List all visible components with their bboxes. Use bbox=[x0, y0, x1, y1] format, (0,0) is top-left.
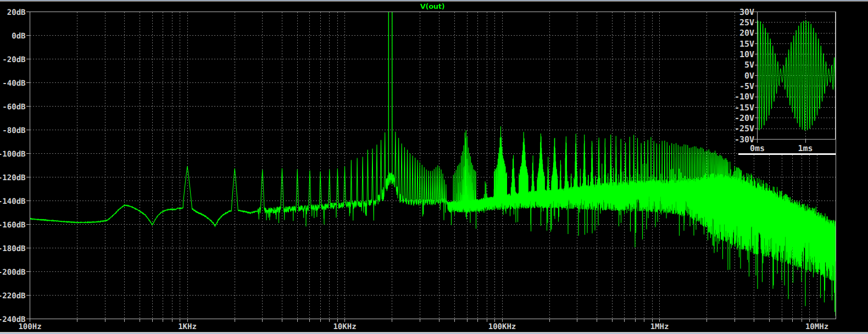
ltspice-waveform-window: 30V25V20V15V10V5V0V-5V-10V-15V-20V-25V-3… bbox=[0, 0, 868, 334]
inset-x-tick-label: 1ms bbox=[798, 143, 813, 153]
fft-y-tick-label: -40dB bbox=[2, 79, 25, 88]
trace-title[interactable]: V(out) bbox=[420, 2, 445, 10]
fft-y-tick-label: 20dB bbox=[7, 8, 26, 17]
fft-x-tick-label: 1MHz bbox=[650, 322, 669, 331]
inset-y-tick-label: -20V bbox=[735, 113, 754, 123]
top-edge-toolbar-line bbox=[0, 1, 868, 2]
fft-y-tick-label: -180dB bbox=[0, 244, 26, 253]
fft-y-tick-label: 0dB bbox=[12, 32, 25, 41]
fft-y-tick-label: -80dB bbox=[2, 126, 25, 135]
inset-y-tick-label: -25V bbox=[735, 124, 754, 133]
time-domain-inset: 30V25V20V15V10V5V0V-5V-10V-15V-20V-25V-3… bbox=[735, 7, 836, 154]
top-edge-highlight bbox=[0, 0, 868, 1]
fft-y-tick-label: -120dB bbox=[0, 174, 26, 182]
inset-y-tick-label: 0V bbox=[744, 71, 754, 81]
inset-y-tick-label: -15V bbox=[735, 103, 754, 113]
bottom-edge-statusbar-line bbox=[0, 332, 868, 333]
fft-y-tick-label: -20dB bbox=[2, 55, 25, 64]
inset-y-tick-label: -5V bbox=[739, 81, 754, 91]
fft-y-tick-label: -220dB bbox=[0, 292, 26, 300]
inset-y-tick-label: 10V bbox=[739, 49, 754, 59]
fft-plot-canvas[interactable]: 30V25V20V15V10V5V0V-5V-10V-15V-20V-25V-3… bbox=[0, 0, 868, 334]
inset-y-tick-label: -10V bbox=[735, 92, 754, 102]
fft-y-tick-label: -200dB bbox=[0, 268, 26, 277]
fft-y-tick-label: -60dB bbox=[2, 103, 25, 112]
fft-y-tick-label: -100dB bbox=[0, 150, 26, 159]
fft-x-tick-label: 1KHz bbox=[178, 322, 197, 331]
inset-y-tick-label: 15V bbox=[739, 39, 754, 49]
fft-x-tick-label: 10MHz bbox=[805, 322, 828, 331]
fft-x-tick-label: 100KHz bbox=[488, 322, 516, 331]
fft-y-tick-label: -160dB bbox=[0, 221, 26, 230]
inset-y-tick-label: 20V bbox=[739, 28, 754, 38]
fft-x-tick-label: 10KHz bbox=[333, 322, 356, 331]
inset-y-tick-label: 25V bbox=[739, 18, 754, 27]
inset-y-tick-label: 5V bbox=[744, 60, 754, 70]
fft-x-tick-label: 100Hz bbox=[18, 322, 41, 331]
fft-y-tick-label: -140dB bbox=[0, 197, 26, 206]
inset-x-tick-label: 0ms bbox=[750, 143, 765, 153]
